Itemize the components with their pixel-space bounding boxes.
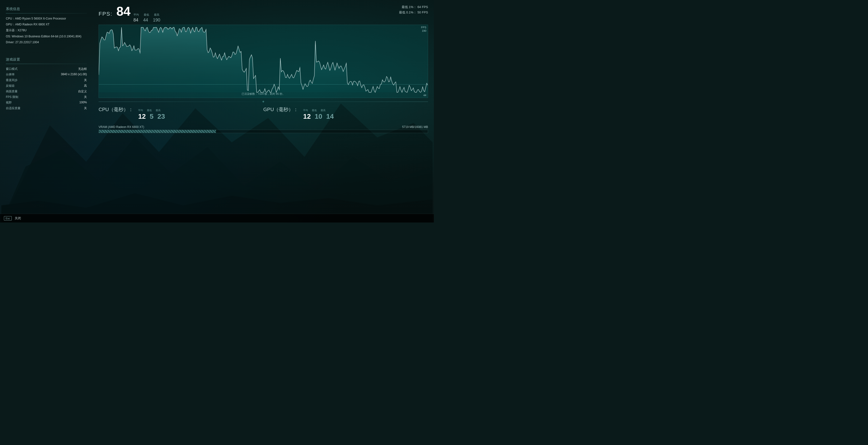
gpu-stats-header: 平均 最低 最高 (303, 109, 334, 112)
game-settings-section: 游戏设置 窗口模式无边框分辨率3840 x 2160 (x1.00)垂直同步关反… (6, 57, 87, 110)
gpu-min-val: 10 (315, 113, 322, 120)
fps-low01-label: 最低 0.1%： (399, 10, 416, 14)
fps-max-num: 190 (153, 18, 160, 23)
gpu-stats-col: 平均 最低 最高 12 10 14 (303, 109, 334, 120)
system-info-block: CPU：AMD Ryzen 5 5600X 6-Core Processor G… (6, 17, 87, 45)
system-info-divider (6, 13, 87, 13)
setting-row: 视野100% (6, 100, 87, 105)
setting-value: 无边框 (78, 67, 87, 71)
cpu-min-hdr: 最低 (147, 109, 152, 112)
gpu-max-hdr: 最高 (321, 109, 326, 112)
cpu-max-val: 23 (157, 113, 165, 120)
settings-list: 窗口模式无边框分辨率3840 x 2160 (x1.00)垂直同步关反锯齿高画面… (6, 67, 87, 110)
driver-info: Driver: 27.20.22017.1004 (6, 40, 87, 45)
game-settings-title: 游戏设置 (6, 57, 87, 62)
setting-value: 关 (84, 78, 87, 82)
fps-stats-col: 平均 最低 最高 84 44 190 (133, 13, 160, 23)
setting-row: FPS 限制关 (6, 95, 87, 99)
bottom-bar: Esc 关闭 (0, 214, 434, 222)
esc-badge[interactable]: Esc (4, 216, 12, 220)
gpu-avg-hdr: 平均 (303, 109, 308, 112)
gpu-min-hdr: 最低 (312, 109, 317, 112)
setting-key: 分辨率 (6, 72, 14, 77)
sep-diamond (262, 100, 264, 102)
fps-low1-value: 64 FPS (417, 5, 428, 9)
setting-row: 画面质量自定义 (6, 89, 87, 93)
fps-avg-num: 84 (133, 18, 138, 23)
cpu-stats-header: 平均 最低 最高 (138, 109, 165, 112)
fps-low01-value: 50 FPS (417, 10, 428, 14)
graph-rendered-info: 已渲染帧数：7104 帧，耗时 85 秒。 (242, 92, 285, 96)
gpu-label: GPU（毫秒）： (263, 106, 298, 113)
setting-value: 关 (84, 106, 87, 110)
vram-used: 5719 MB/16081 MB (402, 125, 428, 129)
metrics-row: CPU（毫秒）： 平均 最低 最高 12 5 23 GPU（毫秒）： (99, 105, 428, 121)
setting-row: 自适应质量关 (6, 106, 87, 110)
left-panel: 系统信息 CPU：AMD Ryzen 5 5600X 6-Core Proces… (0, 0, 93, 222)
vram-label: VRAM (AMD Radeon RX 6800 XT) (99, 125, 144, 129)
cpu-label: CPU（毫秒）： (99, 106, 133, 113)
metrics-separator (99, 101, 428, 102)
right-panel: FPS: 84 平均 最低 最高 84 44 190 (93, 0, 434, 222)
close-label[interactable]: 关闭 (14, 216, 21, 220)
graph-baseline (99, 84, 428, 85)
fps-main: FPS: 84 平均 最低 最高 84 44 190 (99, 5, 399, 23)
vram-section: VRAM (AMD Radeon RX 6800 XT) 5719 MB/160… (99, 123, 428, 134)
setting-key: 自适应质量 (6, 106, 21, 110)
display-info: 显示器：X278U (6, 28, 87, 33)
setting-key: FPS 限制 (6, 95, 18, 99)
gpu-info: GPU：AMD Radeon RX 6800 XT (6, 22, 87, 27)
gpu-avg-val: 12 (303, 113, 311, 120)
fps-graph-container: FPS 190 44 已渲染帧数：7104 帧，耗时 85 秒。 (99, 25, 428, 98)
cpu-stats-values: 12 5 23 (138, 113, 165, 120)
fps-stat-values: 84 44 190 (133, 18, 160, 23)
graph-fps-label: FPS (421, 26, 426, 29)
setting-row: 窗口模式无边框 (6, 67, 87, 71)
vram-header: VRAM (AMD Radeon RX 6800 XT) 5719 MB/160… (99, 125, 428, 129)
sep-line-left (99, 101, 261, 102)
fps-stats-header: 平均 最低 最高 (133, 13, 159, 17)
fps-low1-label: 最低 1%： (402, 5, 416, 9)
fps-right-stats: 最低 1%： 64 FPS 最低 0.1%： 50 FPS (399, 5, 428, 14)
cpu-avg-hdr: 平均 (138, 109, 143, 112)
setting-row: 分辨率3840 x 2160 (x1.00) (6, 72, 87, 77)
graph-top-label: 190 (422, 29, 426, 32)
setting-key: 反锯齿 (6, 84, 14, 88)
fps-min-label: 最低 (144, 13, 149, 17)
fps-canvas (99, 25, 428, 98)
fps-avg-label: 平均 (133, 13, 139, 17)
setting-value: 3840 x 2160 (x1.00) (61, 72, 87, 77)
setting-value: 关 (84, 95, 87, 99)
sep-line-right (265, 101, 428, 102)
cpu-max-hdr: 最高 (156, 109, 161, 112)
cpu-avg-val: 12 (138, 113, 146, 120)
vram-bar-container (99, 130, 428, 133)
game-settings-divider (6, 64, 87, 64)
setting-value: 自定义 (78, 89, 87, 93)
fps-avg-value: 84 (116, 5, 130, 18)
setting-key: 垂直同步 (6, 78, 18, 82)
graph-bottom-label: 44 (423, 94, 426, 97)
fps-max-label: 最高 (154, 13, 159, 17)
system-info-title: 系统信息 (6, 7, 87, 11)
fps-label: FPS: (99, 11, 113, 17)
setting-row: 反锯齿高 (6, 84, 87, 88)
os-info: OS: Windows 10 Business Edition 64-bit (… (6, 34, 87, 39)
fps-low01-line: 最低 0.1%： 50 FPS (399, 10, 428, 14)
fps-low1-line: 最低 1%： 64 FPS (402, 5, 428, 9)
setting-value: 100% (79, 100, 87, 105)
setting-value: 高 (84, 84, 87, 88)
system-info-section: 系统信息 CPU：AMD Ryzen 5 5600X 6-Core Proces… (6, 7, 87, 45)
cpu-metric-block: CPU（毫秒）： 平均 最低 最高 12 5 23 (99, 106, 263, 120)
vram-bar-fill (99, 130, 216, 133)
gpu-metric-block: GPU（毫秒）： 平均 最低 最高 12 10 14 (263, 106, 428, 120)
cpu-stats-col: 平均 最低 最高 12 5 23 (138, 109, 165, 120)
setting-row: 垂直同步关 (6, 78, 87, 82)
fps-min-num: 44 (143, 18, 148, 23)
fps-header: FPS: 84 平均 最低 最高 84 44 190 (99, 5, 428, 23)
gpu-stats-values: 12 10 14 (303, 113, 334, 120)
cpu-info: CPU：AMD Ryzen 5 5600X 6-Core Processor (6, 17, 87, 21)
cpu-min-val: 5 (150, 113, 154, 120)
fps-graph: FPS 190 44 已渲染帧数：7104 帧，耗时 85 秒。 (99, 25, 428, 98)
setting-key: 画面质量 (6, 89, 18, 93)
